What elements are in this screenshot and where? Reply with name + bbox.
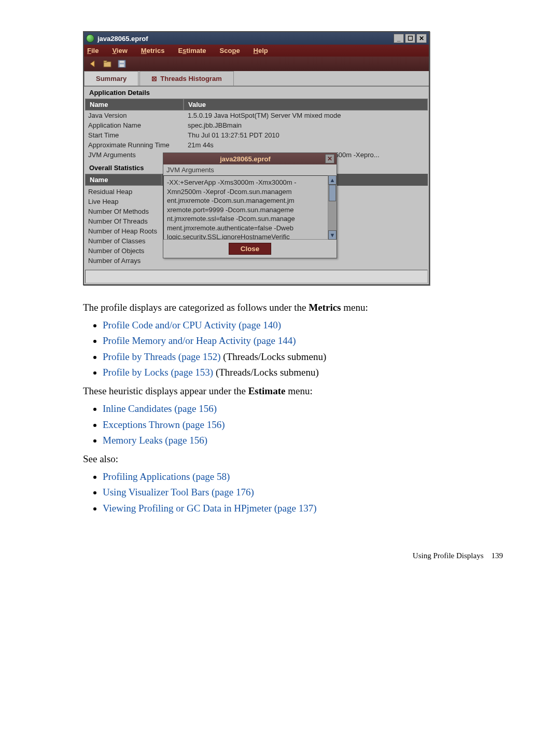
dialog-subtitle: JVM Arguments — [163, 164, 337, 175]
dialog-close-icon[interactable]: ✕ — [325, 154, 334, 163]
tab-threads-histogram[interactable]: ⊠ Threads Histogram — [139, 71, 233, 86]
link[interactable]: Exceptions Thrown (page 156) — [103, 419, 225, 430]
menu-view[interactable]: View — [112, 47, 127, 54]
status-bar — [85, 270, 428, 283]
metrics-list: Profile Code and/or CPU Activity (page 1… — [83, 319, 503, 379]
paragraph: The profile displays are categorized as … — [83, 301, 503, 314]
footer-label: Using Profile Displays — [413, 551, 484, 560]
dialog-close-button[interactable]: Close — [229, 243, 271, 255]
header-name: Name — [85, 99, 184, 110]
link[interactable]: Memory Leaks (page 156) — [103, 435, 207, 446]
tab-summary[interactable]: Summary — [84, 71, 138, 86]
list-item: Exceptions Thrown (page 156) — [103, 418, 503, 432]
svg-rect-4 — [120, 61, 124, 63]
list-item: Profile Memory and/or Heap Activity (pag… — [103, 334, 503, 348]
list-item: Using Visualizer Tool Bars (page 176) — [103, 486, 503, 499]
estimate-list: Inline Candidates (page 156) Exceptions … — [83, 402, 503, 447]
overall-statistics-block: Overall Statistics Name Residual Heap Li… — [85, 162, 428, 267]
menu-estimate[interactable]: Estimate — [178, 47, 206, 54]
page-footer: Using Profile Displays 139 — [83, 551, 503, 560]
window-title: java28065.eprof — [97, 35, 148, 43]
list-item: Memory Leaks (page 156) — [103, 434, 503, 447]
scroll-thumb[interactable] — [329, 185, 336, 201]
page-body-text: The profile displays are categorized as … — [83, 301, 503, 515]
tab-label: Summary — [96, 75, 127, 82]
menu-file[interactable]: File — [87, 47, 99, 54]
paragraph: See also: — [83, 452, 503, 466]
scroll-down-icon[interactable]: ▼ — [328, 230, 337, 240]
table-row: Java Version1.5.0.19 Java HotSpot(TM) Se… — [85, 110, 428, 120]
scroll-track[interactable] — [328, 185, 337, 230]
link[interactable]: Profile Code and/or CPU Activity (page 1… — [103, 320, 281, 330]
back-button[interactable] — [87, 58, 99, 70]
summary-panel: Application Details Name Value Java Vers… — [84, 87, 429, 284]
link[interactable]: Profile Memory and/or Heap Activity (pag… — [103, 335, 296, 346]
see-also-list: Profiling Applications (page 58) Using V… — [83, 470, 503, 515]
svg-rect-1 — [104, 61, 107, 62]
header-name: Name — [85, 174, 162, 186]
close-window-button[interactable]: ✕ — [416, 34, 427, 43]
svg-rect-3 — [120, 64, 124, 67]
scrollbar[interactable]: ▲ ▼ — [328, 175, 337, 240]
tab-close-icon[interactable]: ⊠ — [151, 75, 157, 82]
dialog-titlebar[interactable]: java28065.eprof ✕ — [163, 153, 337, 164]
table-row: Application Namespec.jbb.JBBmain — [85, 120, 428, 130]
page-number: 139 — [492, 551, 503, 560]
link[interactable]: Viewing Profiling or GC Data in HPjmeter… — [103, 503, 317, 514]
table-row: Start TimeThu Jul 01 13:27:51 PDT 2010 — [85, 130, 428, 140]
dialog-title: java28065.eprof — [165, 155, 325, 163]
tab-label: Threads Histogram — [160, 75, 221, 82]
list-item: Profile Code and/or CPU Activity (page 1… — [103, 319, 503, 332]
tab-strip: Summary ⊠ Threads Histogram — [84, 71, 429, 87]
paragraph: These heuristic displays appear under th… — [83, 384, 503, 398]
window-titlebar[interactable]: java28065.eprof _ ☐ ✕ — [84, 32, 429, 45]
header-value: Value — [184, 99, 428, 110]
menu-metrics[interactable]: Metrics — [141, 47, 165, 54]
app-icon — [86, 34, 94, 43]
jvm-arguments-dialog: java28065.eprof ✕ JVM Arguments -XX:+Ser… — [163, 153, 337, 258]
list-item: Profile by Locks (page 153) (Threads/Loc… — [103, 366, 503, 379]
app-details-header: Name Value — [85, 99, 428, 110]
link[interactable]: Using Visualizer Tool Bars (page 176) — [103, 487, 254, 498]
list-item: Viewing Profiling or GC Data in HPjmeter… — [103, 502, 503, 515]
app-window: java28065.eprof _ ☐ ✕ File View Metrics … — [83, 31, 430, 285]
minimize-button[interactable]: _ — [394, 34, 404, 43]
maximize-button[interactable]: ☐ — [405, 34, 415, 43]
link[interactable]: Profile by Threads (page 152) — [103, 351, 221, 362]
menu-scope[interactable]: Scope — [220, 47, 240, 54]
menu-help[interactable]: Help — [254, 47, 268, 54]
application-details-title: Application Details — [85, 87, 428, 99]
list-item: Profile by Threads (page 152) (Threads/L… — [103, 350, 503, 364]
link[interactable]: Profiling Applications (page 58) — [103, 471, 230, 482]
save-button[interactable] — [116, 58, 128, 70]
list-item: Profiling Applications (page 58) — [103, 470, 503, 483]
toolbar — [84, 57, 429, 71]
scroll-up-icon[interactable]: ▲ — [328, 175, 337, 185]
open-button[interactable] — [102, 58, 113, 70]
link[interactable]: Inline Candidates (page 156) — [103, 403, 217, 414]
jvm-arguments-textarea[interactable]: -XX:+ServerApp -Xms3000m -Xmx3000m -Xmn2… — [163, 175, 328, 240]
link[interactable]: Profile by Locks (page 153) — [103, 367, 213, 378]
list-item: Inline Candidates (page 156) — [103, 402, 503, 416]
table-row: Approximate Running Time21m 44s — [85, 140, 428, 150]
menu-bar: File View Metrics Estimate Scope Help — [84, 45, 429, 57]
